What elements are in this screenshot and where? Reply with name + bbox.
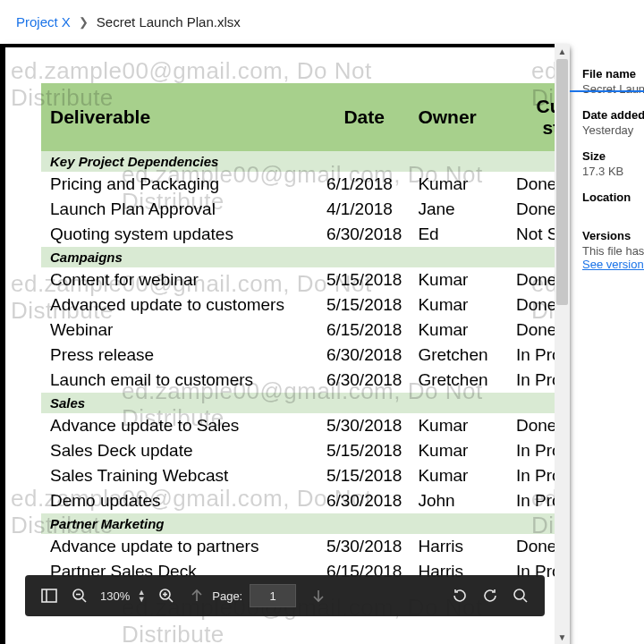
cell: 6/30/2018 [318, 222, 410, 247]
cell: Kumar [409, 292, 506, 318]
cell: Kumar [409, 267, 506, 292]
cell: Kumar [409, 172, 506, 197]
table-row: Advance update to partners5/30/2018Harri… [41, 534, 570, 559]
cell: 6/30/2018 [318, 488, 410, 513]
table-row: Demo updates6/30/2018JohnIn Progress [41, 488, 570, 513]
date-added-value: Yesterday [582, 123, 644, 137]
search-icon[interactable] [505, 580, 536, 611]
table-row: Press release6/30/2018GretchenIn Progres… [41, 343, 570, 368]
cell: 4/1/2018 [318, 197, 410, 222]
svg-point-11 [514, 589, 524, 599]
cell: Webinar [41, 318, 318, 343]
breadcrumb-parent[interactable]: Project X [16, 14, 71, 30]
page-input[interactable] [250, 584, 296, 607]
date-added-label: Date added [582, 108, 644, 122]
prev-page-icon[interactable] [182, 580, 212, 611]
cell: 5/15/2018 [318, 267, 410, 292]
cell: 5/15/2018 [318, 292, 410, 318]
section-header: Key Project Dependencies [41, 151, 570, 172]
cell: 6/30/2018 [318, 368, 410, 393]
cell: 5/15/2018 [318, 438, 410, 463]
table-row: Quoting system updates6/30/2018EdNot Sta… [41, 222, 570, 247]
active-tab-underline [570, 90, 644, 92]
section-header: Sales [41, 393, 570, 413]
versions-label: Versions [582, 229, 644, 242]
cell: Advance update to Sales [41, 413, 318, 438]
document-viewer: ed.zample00@gmail.com, Do NotDistribute … [0, 44, 570, 644]
cell: Advance update to partners [41, 534, 318, 559]
cell: Harris [409, 534, 506, 559]
svg-rect-0 [42, 589, 56, 602]
see-versions-link[interactable]: See versions [582, 258, 644, 271]
rotate-ccw-icon[interactable] [475, 580, 505, 611]
cell: Kumar [409, 463, 506, 488]
size-label: Size [582, 149, 644, 163]
cell: Press release [41, 343, 318, 368]
table-row: Pricing and Packaging6/1/2018KumarDone [41, 172, 570, 197]
details-panel: File name Secret Launch Plan.xlsx Date a… [570, 44, 644, 644]
cell: Gretchen [409, 343, 506, 368]
cell: Kumar [409, 318, 506, 343]
breadcrumb-current: Secret Launch Plan.xlsx [97, 14, 241, 30]
cell: Launch Plan Approval [41, 197, 318, 222]
scroll-up-icon[interactable]: ▲ [555, 44, 570, 59]
vertical-scrollbar[interactable]: ▲ ▼ [555, 44, 570, 644]
cell: 6/15/2018 [318, 318, 410, 343]
zoom-in-icon[interactable] [151, 580, 182, 611]
cell: Demo updates [41, 488, 318, 513]
svg-line-6 [169, 598, 173, 602]
cell: Quoting system updates [41, 222, 318, 247]
scroll-thumb[interactable] [556, 59, 568, 305]
table-row: Content for webinar5/15/2018KumarDone [41, 267, 570, 292]
cell: Gretchen [409, 368, 506, 393]
next-page-icon[interactable] [303, 580, 334, 611]
col-owner: Owner [409, 83, 506, 151]
sidebar-toggle-icon[interactable] [34, 580, 64, 611]
page-label: Page: [212, 589, 242, 603]
size-value: 17.3 KB [582, 165, 644, 178]
cell: 5/15/2018 [318, 463, 410, 488]
table-row: Advance update to Sales5/30/2018KumarDon… [41, 413, 570, 438]
viewer-toolbar: 130% ▲▼ Page: [25, 575, 545, 616]
rotate-cw-icon[interactable] [445, 580, 475, 611]
filename-label: File name [582, 67, 644, 80]
cell: 6/30/2018 [318, 343, 410, 368]
cell: Kumar [409, 438, 506, 463]
table-row: Sales Training Webcast5/15/2018KumarIn P… [41, 463, 570, 488]
cell: 6/1/2018 [318, 172, 410, 197]
scroll-down-icon[interactable]: ▼ [555, 630, 570, 644]
table-row: Launch email to customers6/30/2018Gretch… [41, 368, 570, 393]
cell: 5/30/2018 [318, 534, 410, 559]
svg-line-3 [82, 598, 86, 602]
cell: Advanced update to customers [41, 292, 318, 318]
cell: Ed [409, 222, 506, 247]
zoom-out-icon[interactable] [64, 580, 95, 611]
chevron-down-icon[interactable]: ▼ [135, 596, 148, 603]
cell: Sales Training Webcast [41, 463, 318, 488]
chevron-right-icon: ❯ [79, 15, 89, 29]
svg-line-12 [523, 598, 527, 602]
cell: Sales Deck update [41, 438, 318, 463]
zoom-stepper[interactable]: ▲▼ [135, 589, 148, 603]
page-sheet: ed.zample00@gmail.com, Do NotDistribute … [5, 47, 570, 644]
filename-value: Secret Launch Plan.xlsx [582, 82, 644, 96]
col-date: Date [318, 83, 410, 151]
section-header: Campaigns [41, 247, 570, 267]
cell: Kumar [409, 413, 506, 438]
table-row: Webinar6/15/2018KumarDone [41, 318, 570, 343]
cell: Jane [409, 197, 506, 222]
table-row: Launch Plan Approval4/1/2018JaneDone [41, 197, 570, 222]
location-label: Location [582, 191, 644, 204]
breadcrumb: Project X ❯ Secret Launch Plan.xlsx [0, 0, 644, 44]
section-header: Partner Marketing [41, 513, 570, 534]
zoom-value: 130% [100, 589, 130, 603]
cell: Pricing and Packaging [41, 172, 318, 197]
spreadsheet-table: Deliverable Date Owner Current status Ke… [41, 83, 570, 584]
col-deliverable: Deliverable [41, 83, 318, 151]
table-row: Advanced update to customers5/15/2018Kum… [41, 292, 570, 318]
cell: 5/30/2018 [318, 413, 410, 438]
versions-text: This file has [582, 244, 644, 258]
table-row: Sales Deck update5/15/2018KumarIn Progre… [41, 438, 570, 463]
cell: Launch email to customers [41, 368, 318, 393]
cell: John [409, 488, 506, 513]
